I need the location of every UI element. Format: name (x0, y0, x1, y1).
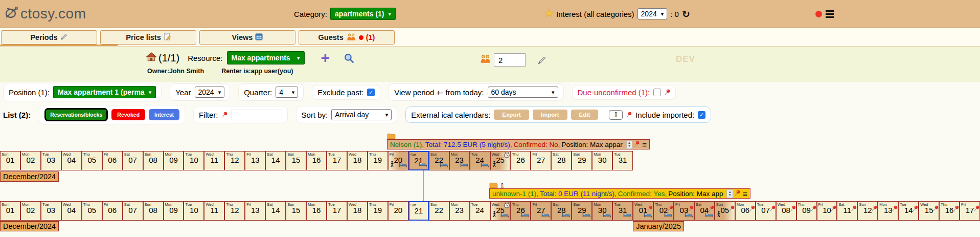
calendar-day-cell[interactable]: Tue24 (470, 151, 490, 170)
calendar-day-cell[interactable]: Thu16 (939, 201, 960, 221)
calendar-day-cell[interactable]: Sun22 (429, 151, 449, 170)
calendar-day-cell[interactable]: Sun12 (857, 201, 878, 221)
calendar-day-cell[interactable]: Fri27 (531, 201, 551, 221)
calendar-day-cell[interactable]: Fri06 (102, 201, 123, 221)
due-unconfirmed-checkbox[interactable] (653, 89, 661, 96)
position-select[interactable]: Max appartment 1 (perma (53, 86, 156, 98)
calendar-day-cell[interactable]: Mon09 (164, 201, 184, 221)
calendar-day-cell[interactable]: Tue03 (41, 151, 61, 170)
calendar-day-cell[interactable]: Tue10 (184, 151, 204, 170)
revoked-button[interactable]: Revoked (111, 109, 145, 120)
calendar-day-cell[interactable]: Thu12 (224, 201, 245, 221)
calendar-day-cell[interactable]: Tue10 (184, 201, 204, 221)
calendar-day-cell[interactable]: Sun15 (286, 151, 306, 170)
calendar-day-cell[interactable]: Sun05 (715, 201, 735, 221)
import-button[interactable]: Import (533, 110, 567, 120)
calendar-day-cell[interactable]: Mon30 (592, 201, 612, 221)
calendar-day-cell[interactable]: Sat07 (123, 201, 143, 221)
calendar-day-cell[interactable]: Thu19 (368, 151, 388, 170)
edit-button[interactable]: Edit (571, 110, 599, 120)
tab-guests[interactable]: Guests (1) (299, 30, 395, 45)
calendar-day-cell[interactable]: Sat14 (265, 201, 286, 221)
calendar-day-cell[interactable]: Tue07 (756, 201, 776, 221)
calendar-day-cell[interactable]: Tue24 (470, 201, 490, 221)
stepper-control[interactable] (726, 189, 733, 198)
calendar-day-cell[interactable]: Mon16 (306, 151, 327, 170)
app-logo[interactable]: ctosy.com (4, 5, 86, 23)
calendar-day-cell[interactable]: Wed18 (347, 151, 368, 170)
stepper-control[interactable] (626, 140, 632, 149)
calendar-day-cell[interactable]: Mon16 (306, 201, 327, 221)
calendar-day-cell[interactable]: Thu05 (82, 201, 102, 221)
calendar-day-cell[interactable]: Thu26 (510, 151, 531, 170)
calendar-day-cell[interactable]: Tue03 (41, 201, 61, 221)
include-imported-checkbox[interactable]: ✓ (698, 111, 705, 119)
reservation-bar-unknown[interactable]: unknown-1 (1), Total: 0 EUR (11 night/s)… (489, 188, 750, 199)
calendar-day-cell[interactable]: Wed11 (204, 151, 224, 170)
calendar-day-cell[interactable]: Fri17 (960, 201, 980, 221)
guest-count-input[interactable] (494, 53, 526, 67)
calendar-day-cell[interactable]: Sat07 (123, 151, 143, 170)
add-resource-button[interactable]: + (321, 52, 330, 63)
calendar-day-cell[interactable]: Thu26 (510, 201, 531, 221)
calendar-day-cell[interactable]: Fri27 (531, 151, 551, 170)
calendar-day-cell[interactable]: Wed08 (776, 201, 796, 221)
exclude-past-checkbox[interactable]: ✓ (367, 89, 375, 96)
calendar-day-cell[interactable]: Tue31 (612, 201, 633, 221)
calendar-day-cell[interactable]: Fri10 (817, 201, 837, 221)
calendar-day-cell[interactable]: Wed04 (61, 201, 82, 221)
reservation-menu-icon[interactable]: ≡ (642, 140, 647, 149)
calendar-day-cell[interactable]: Tue17 (327, 201, 347, 221)
calendar-day-cell[interactable]: Sat21 (408, 151, 429, 170)
calendar-day-cell[interactable]: Sat11 (837, 201, 857, 221)
calendar-day-cell[interactable]: Wed25 (490, 151, 511, 170)
calendar-day-cell[interactable]: Thu09 (796, 201, 817, 221)
calendar-day-cell[interactable]: Fri13 (245, 201, 265, 221)
calendar-day-cell[interactable]: Thu12 (224, 151, 245, 170)
calendar-day-cell[interactable]: Mon09 (164, 151, 184, 170)
reservation-bar-nelson[interactable]: Nelson (1), Total: 712.5 EUR (5 night/s)… (387, 139, 650, 149)
category-select[interactable]: apartments (1) (330, 8, 396, 20)
interest-year-select[interactable]: 2024 (637, 8, 668, 19)
calendar-day-cell[interactable]: Sun29 (572, 151, 592, 170)
view-period-select[interactable]: 60 days (488, 87, 558, 98)
resource-select[interactable]: Max appartments (227, 51, 305, 64)
calendar-day-cell[interactable]: Tue17 (327, 151, 347, 170)
hamburger-menu-icon[interactable] (826, 10, 834, 18)
calendar-day-cell[interactable]: Sat14 (265, 151, 286, 170)
calendar-day-cell[interactable]: Fri03 (674, 201, 694, 221)
interest-button[interactable]: Interest (149, 109, 179, 120)
calendar-day-cell[interactable]: Mon02 (20, 151, 41, 170)
calendar-day-cell[interactable]: Mon02 (20, 201, 41, 221)
calendar-day-cell[interactable]: Sun01 (0, 151, 20, 170)
calendar-day-cell[interactable]: Fri20 (388, 151, 408, 170)
calendar-day-cell[interactable]: Mon13 (878, 201, 898, 221)
refresh-icon[interactable]: ↻ (682, 8, 690, 20)
calendar-day-cell[interactable]: Wed25 (490, 201, 511, 221)
calendar-day-cell[interactable]: Mon06 (735, 201, 756, 221)
calendar-day-cell[interactable]: Mon23 (449, 201, 470, 221)
download-button[interactable]: ⇩ (609, 110, 623, 120)
tab-views[interactable]: Views (199, 30, 295, 45)
pushpin-icon[interactable] (634, 141, 640, 148)
calendar-day-cell[interactable]: Fri13 (245, 151, 265, 170)
calendar-day-cell[interactable]: Sat04 (694, 201, 715, 221)
calendar-day-cell[interactable]: Sun01 (0, 201, 20, 221)
search-icon[interactable] (344, 53, 354, 63)
calendar-day-cell[interactable]: Sun08 (143, 151, 164, 170)
calendar-day-cell[interactable]: Sat28 (551, 201, 572, 221)
calendar-day-cell[interactable]: Thu05 (82, 151, 102, 170)
calendar-day-cell[interactable]: Sun29 (572, 201, 592, 221)
calendar-day-cell[interactable]: Wed01 (633, 201, 653, 221)
calendar-day-cell[interactable]: Sun22 (429, 201, 449, 221)
calendar-day-cell[interactable]: Thu02 (653, 201, 674, 221)
calendar-day-cell[interactable]: Tue31 (612, 151, 633, 170)
year-select[interactable]: 2024 (195, 87, 225, 98)
calendar-day-cell[interactable]: Tue14 (898, 201, 919, 221)
pushpin-icon[interactable] (735, 190, 740, 198)
calendar-day-cell[interactable]: Mon23 (449, 151, 470, 170)
calendar-day-cell[interactable]: Wed04 (61, 151, 82, 170)
quarter-select[interactable]: 4 (276, 87, 298, 98)
filter-input[interactable] (231, 109, 282, 120)
calendar-day-cell[interactable]: Wed15 (919, 201, 939, 221)
